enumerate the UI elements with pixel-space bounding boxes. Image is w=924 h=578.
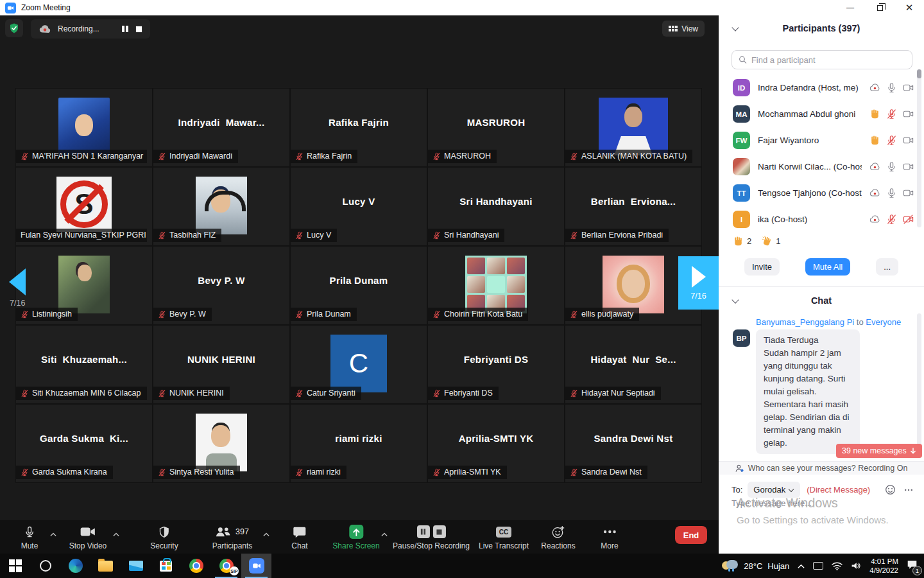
participants-button[interactable]: 397Participants	[212, 525, 253, 550]
video-tile[interactable]: Siti Khuzaemah...Siti Khuzaemah MIN 6 Ci…	[16, 326, 152, 403]
video-tile[interactable]: Prila DunamPrila Dunam	[291, 247, 427, 324]
zoom-app-icon[interactable]	[241, 554, 271, 578]
video-tile[interactable]: ASLANIK (MAN KOTA BATU)	[565, 89, 701, 166]
action-center-icon[interactable]: 1	[907, 559, 918, 572]
chevron-down-icon[interactable]	[733, 24, 739, 31]
restore-icon[interactable]	[865, 0, 894, 15]
chat-button[interactable]: Chat	[291, 525, 307, 550]
pause-recording-icon[interactable]	[121, 25, 129, 33]
share-screen-button[interactable]: Share Screen	[332, 525, 379, 550]
mail-icon[interactable]	[121, 554, 151, 578]
edge-icon[interactable]	[60, 554, 90, 578]
participants-header: Participants (397)	[719, 15, 924, 41]
video-tile[interactable]: MA'RIFAH SDN 1 Karanganyar	[16, 89, 152, 166]
security-button[interactable]: Security	[150, 525, 178, 550]
share-screen-options-chevron[interactable]	[381, 528, 388, 539]
weather-desc: Hujan	[767, 561, 789, 571]
video-tile[interactable]: Berlian Erviona...Berlian Erviona Pribad…	[565, 168, 701, 245]
chat-message-input[interactable]	[732, 498, 912, 537]
participant-row[interactable]: FWFajar Wiyantoro	[719, 127, 924, 153]
video-tile[interactable]: Sandra Dewi NstSandra Dewi Nst	[565, 405, 701, 482]
message-recipient[interactable]: Everyone	[866, 317, 901, 327]
stop-recording-icon[interactable]	[135, 26, 142, 33]
camera-on-icon	[903, 161, 914, 172]
weather-widget[interactable]: 28°C Hujan	[722, 560, 789, 572]
video-tile[interactable]: Sintya Resti Yulita	[153, 405, 289, 482]
grid-view-icon	[669, 26, 678, 31]
tile-name-label: MASRUROH	[428, 150, 497, 163]
video-tile[interactable]: Febriyanti DSFebriyanti DS	[428, 326, 564, 403]
video-tile[interactable]: Lucy VLucy V	[291, 168, 427, 245]
participant-row[interactable]: TTTengsoe Tjahjono (Co-host)	[719, 180, 924, 206]
video-tile[interactable]: Tasbihah FIZ	[153, 168, 289, 245]
volume-icon[interactable]	[851, 561, 861, 570]
participant-row[interactable]: Narti Korwil Cilac... (Co-host)	[719, 153, 924, 180]
new-messages-badge[interactable]: 39 new messages	[836, 444, 922, 458]
more-button[interactable]: More	[601, 525, 618, 550]
close-icon[interactable]: ✕	[894, 0, 924, 15]
video-tile[interactable]: NUNIK HERININUNIK HERINI	[153, 326, 289, 403]
message-sender[interactable]: Banyumas_Penggalang Pi	[756, 317, 854, 327]
previous-page-arrow[interactable]	[9, 268, 26, 295]
chrome-sip-icon[interactable]: SIP	[211, 554, 241, 578]
clapping-hands-count: 1	[762, 236, 780, 247]
tablet-mode-icon[interactable]	[813, 562, 823, 570]
wifi-icon[interactable]	[832, 562, 843, 570]
video-tile[interactable]: riami rizkiriami rizki	[291, 405, 427, 482]
participant-row[interactable]: MAMochammad Abdul ghoni	[719, 101, 924, 127]
chrome-icon[interactable]	[181, 554, 211, 578]
cortana-icon[interactable]	[30, 554, 60, 578]
zoom-app-icon	[5, 3, 16, 13]
reactions-button[interactable]: Reactions	[541, 525, 575, 550]
hidden-icons-chevron[interactable]	[798, 560, 805, 572]
video-tile[interactable]: Sri HandhayaniSri Handhayani	[428, 168, 564, 245]
start-icon[interactable]	[0, 554, 30, 578]
file-explorer-icon[interactable]	[90, 554, 121, 578]
invite-button[interactable]: Invite	[744, 258, 780, 276]
video-tile[interactable]: Hidayat Nur Se...Hidayat Nur Septiadi	[565, 326, 701, 403]
store-icon[interactable]	[151, 554, 181, 578]
mute-button[interactable]: Mute	[21, 525, 38, 550]
chat-more-icon[interactable]	[903, 485, 914, 495]
video-tile[interactable]: Choirin Fitri Kota Batu	[428, 247, 564, 324]
end-meeting-button[interactable]: End	[675, 526, 707, 544]
video-tile[interactable]: Aprilia-SMTI YKAprilia-SMTI YK	[428, 405, 564, 482]
stop-video-options-chevron[interactable]	[113, 528, 119, 539]
pause-stop-recording-button[interactable]: Pause/Stop Recording	[393, 525, 470, 550]
tile-name-label: Berlian Erviona Pribadi	[565, 229, 669, 242]
participants-scrollbar[interactable]	[917, 69, 921, 227]
video-tile[interactable]: SFulan Syevi Nurviana_STKIP PGRI ...	[16, 168, 152, 245]
view-button[interactable]: View	[662, 21, 705, 37]
tile-name-label: Aprilia-SMTI YK	[428, 466, 507, 479]
participant-row[interactable]: Iika (Co-host)	[719, 206, 924, 232]
mute-all-button[interactable]: Mute All	[805, 258, 850, 276]
minimize-icon[interactable]: —	[835, 0, 865, 15]
video-tile[interactable]: Bevy P. WBevy P. W	[153, 247, 289, 324]
video-tile[interactable]: CCatur Sriyanti	[291, 326, 427, 403]
video-tile[interactable]: Rafika FajrinRafika Fajrin	[291, 89, 427, 166]
video-tile[interactable]: Garda Sukma Ki...Garda Sukma Kirana	[16, 405, 152, 482]
security-shield-icon[interactable]	[5, 19, 23, 37]
mute-options-chevron[interactable]	[50, 528, 56, 539]
participant-search[interactable]	[732, 50, 912, 69]
muted-mic-icon	[21, 389, 29, 398]
taskbar-clock[interactable]: 4:01 PM 4/9/2022	[869, 557, 898, 575]
stop-video-button[interactable]: Stop Video	[69, 525, 107, 550]
video-tile[interactable]: Listiningsih	[16, 247, 152, 324]
participant-video-thumbnail	[58, 98, 110, 155]
recipient-selector[interactable]: Gorodak	[748, 482, 800, 498]
participant-row[interactable]: IDIndra Defandra (Host, me)	[719, 74, 924, 101]
participants-more-button[interactable]: ...	[876, 258, 898, 276]
mic-on-icon	[886, 188, 897, 198]
chat-privacy-note[interactable]: Who can see your messages? Recording On	[719, 461, 924, 475]
live-transcript-button[interactable]: CCLive Transcript	[479, 525, 529, 550]
chevron-down-icon[interactable]	[733, 297, 739, 303]
search-input[interactable]	[751, 55, 905, 65]
next-page-arrow[interactable]: 7/16	[678, 256, 719, 310]
video-tile[interactable]: MASRUROHMASRUROH	[428, 89, 564, 166]
chat-scrollbar[interactable]	[917, 313, 921, 457]
participants-options-chevron[interactable]	[263, 528, 270, 539]
privacy-person-icon	[735, 464, 744, 473]
video-tile[interactable]: Indriyadi Mawar...Indriyadi Mawardi	[153, 89, 289, 166]
emoji-picker-icon[interactable]	[885, 484, 896, 495]
